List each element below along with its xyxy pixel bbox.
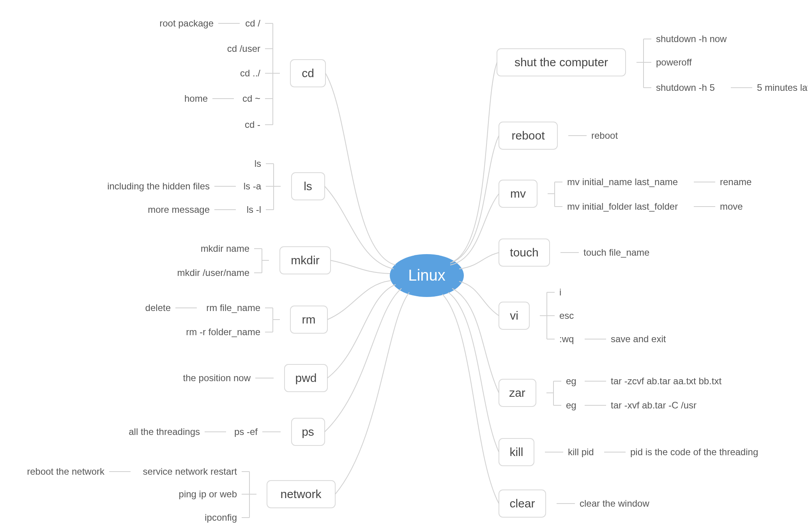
leaf-net-0-d: reboot the network xyxy=(27,466,105,477)
edge-root-mkdir xyxy=(331,260,390,274)
leaf-cd-0-d: root package xyxy=(159,18,214,28)
edge-root-mv xyxy=(450,194,499,265)
leaf-mkdir-0: mkdir name xyxy=(201,243,249,254)
leaf-shut-1: poweroff xyxy=(656,57,692,67)
leaf-ls-2-d: more message xyxy=(148,204,210,215)
bracket-network xyxy=(242,472,256,518)
edge-root-vi xyxy=(459,281,499,316)
node-ps-label: ps xyxy=(302,425,314,438)
leaf-ls-1: ls -a xyxy=(244,181,262,191)
leaf-ps-0: ps -ef xyxy=(234,426,258,437)
edge-root-rm xyxy=(327,281,391,320)
leaf-mv-0-d: rename xyxy=(720,177,751,187)
leaf-cd-2: cd ../ xyxy=(240,68,260,78)
node-clear-label: clear xyxy=(509,497,535,510)
leaf-zar-0-d: tar -zcvf ab.tar aa.txt bb.txt xyxy=(611,376,721,386)
leaf-net-1: ping ip or web xyxy=(179,489,237,499)
node-touch-label: touch xyxy=(510,246,538,259)
edge-root-ps xyxy=(325,288,401,432)
leaf-vi-1: esc xyxy=(559,310,574,321)
leaf-reboot-0: reboot xyxy=(591,130,618,141)
leaf-shut-2: shutdown -h 5 xyxy=(656,82,715,93)
leaf-zar-1: eg xyxy=(566,400,576,410)
leaf-ls-2: ls -l xyxy=(247,204,261,215)
edge-root-shut xyxy=(452,62,497,262)
edge-root-ls xyxy=(325,186,394,269)
node-zar-label: zar xyxy=(509,386,525,399)
leaf-shut-0: shutdown -h now xyxy=(656,34,727,44)
leaf-cd-0: cd / xyxy=(245,18,260,28)
node-rm-label: rm xyxy=(302,313,316,326)
node-vi-label: vi xyxy=(510,309,518,322)
bracket-ls xyxy=(266,164,281,210)
leaf-vi-2: :wq xyxy=(559,334,574,344)
leaf-mv-1-d: move xyxy=(720,201,743,212)
bracket-shut xyxy=(636,39,651,88)
leaf-rm-1: rm -r folder_name xyxy=(186,327,260,337)
leaf-mkdir-1: mkdir /user/name xyxy=(177,267,249,278)
bracket-mkdir xyxy=(254,249,269,273)
leaf-cd-3: cd ~ xyxy=(242,93,260,104)
leaf-vi-0: i xyxy=(559,287,561,297)
edge-root-zar xyxy=(452,288,499,393)
leaf-cd-1: cd /user xyxy=(227,43,260,54)
bracket-cd xyxy=(265,23,280,125)
leaf-kill-0-d: pid is the code of the threading xyxy=(630,447,758,457)
edge-root-clear xyxy=(442,294,499,504)
leaf-net-0: service network restart xyxy=(143,466,237,477)
leaf-cd-4: cd - xyxy=(245,119,260,130)
node-mkdir-label: mkdir xyxy=(291,254,319,267)
node-mv-label: mv xyxy=(510,187,526,200)
edge-root-network xyxy=(335,292,409,494)
edge-root-cd xyxy=(325,73,396,265)
leaf-zar-0: eg xyxy=(566,376,576,386)
leaf-ls-0: ls xyxy=(255,158,261,169)
bracket-zar xyxy=(546,381,561,405)
leaf-touch-0: touch file_name xyxy=(583,247,649,258)
bracket-rm xyxy=(265,308,280,332)
node-ls-label: ls xyxy=(304,180,312,193)
leaf-clear-0: clear the window xyxy=(580,498,649,509)
leaf-cd-3-d: home xyxy=(184,93,208,104)
bracket-mv xyxy=(548,182,562,207)
mindmap-canvas: Linux cd ls mkdir rm pwd ps network shut… xyxy=(0,0,808,532)
node-network-label: network xyxy=(280,488,322,500)
node-cd-label: cd xyxy=(302,67,314,80)
leaf-pwd-0: the position now xyxy=(183,373,251,383)
node-reboot-label: reboot xyxy=(511,129,545,142)
edge-root-touch xyxy=(459,253,499,269)
leaf-rm-0: rm file_name xyxy=(206,302,260,313)
leaf-shut-2-d: 5 minutes later xyxy=(757,82,808,93)
root-label: Linux xyxy=(408,267,446,284)
node-kill-label: kill xyxy=(510,445,523,458)
node-shut-label: shut the computer xyxy=(515,56,608,69)
node-pwd-label: pwd xyxy=(295,371,316,384)
leaf-mv-1: mv initial_folder last_folder xyxy=(567,201,678,212)
leaf-vi-2-d: save and exit xyxy=(611,334,666,344)
bracket-vi xyxy=(540,292,555,339)
leaf-mv-0: mv initial_name last_name xyxy=(567,177,678,187)
leaf-kill-0: kill pid xyxy=(568,447,594,457)
leaf-ps-0-d: all the threadings xyxy=(129,426,200,437)
leaf-rm-0-d: delete xyxy=(145,302,171,313)
leaf-zar-1-d: tar -xvf ab.tar -C /usr xyxy=(611,400,697,410)
leaf-ls-1-d: including the hidden files xyxy=(107,181,210,191)
leaf-net-2: ipconfig xyxy=(205,512,237,523)
